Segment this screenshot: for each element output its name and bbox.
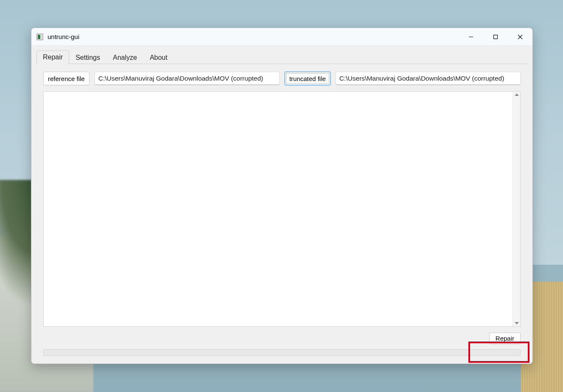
truncated-file-path[interactable]: C:\Users\Manuviraj Godara\Downloads\MOV … <box>336 72 521 85</box>
output-scrollbar[interactable] <box>513 92 520 326</box>
reference-file-path[interactable]: C:\Users\Manuviraj Godara\Downloads\MOV … <box>95 72 280 85</box>
tab-bar: Repair Settings Analyze About <box>36 50 528 64</box>
tab-repair[interactable]: Repair <box>36 50 69 64</box>
close-button[interactable] <box>508 28 532 45</box>
output-panel <box>43 91 521 327</box>
app-icon <box>36 34 43 40</box>
reference-file-button[interactable]: reference file <box>43 72 90 85</box>
tab-analyze[interactable]: Analyze <box>106 51 143 64</box>
tab-settings[interactable]: Settings <box>69 51 106 64</box>
repair-button[interactable]: Repair <box>489 333 521 344</box>
window-controls <box>459 28 532 45</box>
progress-bar <box>43 349 521 356</box>
file-select-row: reference file C:\Users\Manuviraj Godara… <box>36 64 528 85</box>
action-row: Repair <box>36 327 528 344</box>
output-textarea[interactable] <box>43 91 521 327</box>
client-area: Repair Settings Analyze About reference … <box>31 46 532 364</box>
scroll-up-icon[interactable] <box>515 93 519 96</box>
svg-rect-2 <box>41 35 42 39</box>
truncated-file-button[interactable]: truncated file <box>285 72 331 85</box>
svg-rect-1 <box>38 35 40 39</box>
svg-rect-4 <box>494 35 498 39</box>
minimize-button[interactable] <box>459 28 483 45</box>
window-title: untrunc-gui <box>48 33 79 40</box>
maximize-button[interactable] <box>483 28 508 45</box>
titlebar[interactable]: untrunc-gui <box>31 28 532 46</box>
tab-about[interactable]: About <box>143 51 174 64</box>
app-window: untrunc-gui Repair Settings Analyze Abou… <box>31 28 533 364</box>
scroll-down-icon[interactable] <box>515 322 519 325</box>
